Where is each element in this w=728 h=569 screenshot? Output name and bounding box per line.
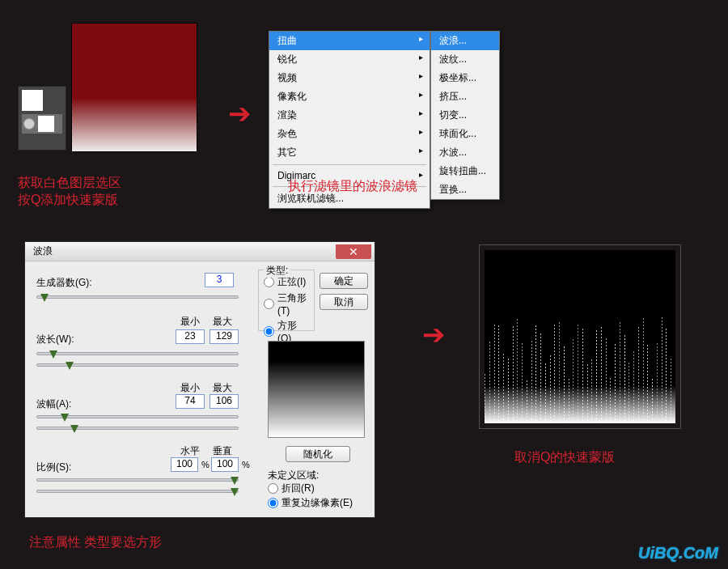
wavelength-max-input[interactable]: 129 bbox=[210, 329, 239, 344]
min-header: 最小 bbox=[180, 381, 200, 395]
submenu-item-polar[interactable]: 极坐标... bbox=[431, 69, 499, 87]
layer-thumbnail[interactable] bbox=[38, 116, 54, 132]
amplitude-label: 波幅(A): bbox=[36, 397, 71, 411]
wavelength-label: 波长(W): bbox=[36, 333, 74, 346]
submenu-item-displace[interactable]: 置换... bbox=[431, 180, 499, 199]
scale-horiz-input[interactable]: 100 bbox=[171, 457, 198, 472]
ok-button[interactable]: 确定 bbox=[320, 273, 368, 289]
scale-vert-input[interactable]: 100 bbox=[211, 457, 239, 472]
horiz-header: 水平 bbox=[180, 444, 200, 458]
type-group: 类型: 正弦(I) 三角形(T) 方形(Q) bbox=[258, 270, 315, 331]
submenu-item-shear[interactable]: 切变... bbox=[431, 106, 499, 125]
menu-item-pixelate[interactable]: 像素化 bbox=[269, 87, 430, 106]
cancel-button[interactable]: 取消 bbox=[320, 294, 368, 310]
menu-item-other[interactable]: 其它 bbox=[269, 143, 430, 162]
wave-dialog: 波浪 ✕ 生成器数(G): 3 最小 最大 波长(W): 23 129 最小 最… bbox=[24, 241, 375, 518]
scale-label: 比例(S): bbox=[36, 461, 71, 474]
arrow-icon: ➔ bbox=[422, 321, 445, 348]
slider-thumb-icon[interactable] bbox=[231, 488, 239, 496]
randomize-button[interactable]: 随机化 bbox=[286, 446, 350, 462]
arrow-icon: ➔ bbox=[228, 100, 251, 127]
menu-item-distort[interactable]: 扭曲 bbox=[269, 32, 430, 50]
result-white-gradient bbox=[485, 385, 675, 423]
percent-label: % bbox=[201, 460, 210, 469]
caption-attr-note: 注意属性 类型要选方形 bbox=[29, 534, 162, 551]
menu-item-noise[interactable]: 杂色 bbox=[269, 125, 430, 143]
wave-preview bbox=[268, 341, 365, 438]
slider-thumb-icon[interactable] bbox=[70, 425, 78, 433]
caption-cancel-q: 取消Q的快速蒙版 bbox=[514, 449, 615, 466]
scale-horiz-slider[interactable] bbox=[36, 478, 239, 482]
slider-thumb-icon[interactable] bbox=[66, 362, 74, 370]
close-button[interactable]: ✕ bbox=[336, 244, 371, 259]
menu-item-render[interactable]: 渲染 bbox=[269, 106, 430, 125]
vert-header: 垂直 bbox=[213, 444, 232, 458]
amplitude-max-slider[interactable] bbox=[36, 427, 239, 430]
percent-label: % bbox=[242, 460, 250, 469]
undefined-area-label: 未定义区域: bbox=[268, 469, 319, 482]
submenu-item-pinch[interactable]: 挤压... bbox=[431, 87, 499, 106]
distort-submenu[interactable]: 波浪... 波纹... 极坐标... 挤压... 切变... 球面化... 水波… bbox=[430, 31, 500, 200]
slider-thumb-icon[interactable] bbox=[40, 294, 49, 302]
repeat-edge-label: 重复边缘像素(E) bbox=[281, 496, 353, 510]
wrap-radio[interactable]: 折回(R) bbox=[268, 482, 315, 495]
amplitude-min-input[interactable]: 74 bbox=[176, 394, 205, 409]
generators-slider[interactable] bbox=[36, 295, 239, 299]
submenu-item-wave[interactable]: 波浪... bbox=[431, 32, 499, 50]
type-legend: 类型: bbox=[264, 264, 290, 278]
caption-selection: 获取白色图层选区 按Q添加快速蒙版 bbox=[18, 175, 121, 209]
wavelength-min-input[interactable]: 23 bbox=[176, 329, 205, 344]
submenu-item-zigzag[interactable]: 水波... bbox=[431, 143, 499, 162]
visibility-icon[interactable] bbox=[23, 118, 35, 130]
amplitude-max-input[interactable]: 106 bbox=[210, 394, 239, 409]
layer-row[interactable] bbox=[22, 114, 62, 134]
slider-thumb-icon[interactable] bbox=[61, 414, 69, 422]
red-gradient-canvas bbox=[71, 23, 197, 152]
max-header: 最大 bbox=[213, 381, 232, 395]
wrap-label: 折回(R) bbox=[281, 482, 315, 495]
dialog-title: 波浪 bbox=[33, 244, 53, 258]
wave-preview-graphic bbox=[269, 342, 364, 437]
dialog-body: 生成器数(G): 3 最小 最大 波长(W): 23 129 最小 最大 波幅(… bbox=[25, 261, 375, 519]
submenu-item-spherize[interactable]: 球面化... bbox=[431, 125, 499, 143]
scale-vert-slider[interactable] bbox=[36, 490, 239, 493]
max-header: 最大 bbox=[213, 315, 232, 329]
submenu-item-twirl[interactable]: 旋转扭曲... bbox=[431, 162, 499, 180]
slider-thumb-icon[interactable] bbox=[49, 350, 57, 359]
dialog-titlebar[interactable]: 波浪 ✕ bbox=[25, 242, 375, 261]
result-preview-frame bbox=[479, 244, 681, 429]
menu-separator bbox=[273, 164, 426, 165]
type-triangle-label: 三角形(T) bbox=[277, 291, 309, 316]
menu-item-video[interactable]: 视频 bbox=[269, 69, 430, 87]
menu-item-sharpen[interactable]: 锐化 bbox=[269, 50, 430, 69]
slider-thumb-icon[interactable] bbox=[231, 477, 239, 485]
submenu-item-ripple[interactable]: 波纹... bbox=[431, 50, 499, 69]
layers-panel bbox=[18, 86, 66, 151]
min-header: 最小 bbox=[180, 315, 200, 329]
wavelength-min-slider[interactable] bbox=[36, 352, 239, 355]
result-preview bbox=[485, 250, 675, 423]
watermark: UiBQ.CoM bbox=[638, 544, 718, 563]
mask-thumbnail[interactable] bbox=[22, 90, 43, 111]
generators-input[interactable]: 3 bbox=[205, 273, 234, 287]
generators-label: 生成器数(G): bbox=[36, 276, 92, 290]
repeat-edge-radio[interactable]: 重复边缘像素(E) bbox=[268, 496, 353, 510]
caption-filter: 执行滤镜里的波浪滤镜 bbox=[288, 178, 417, 195]
type-triangle-radio[interactable]: 三角形(T) bbox=[264, 291, 309, 316]
